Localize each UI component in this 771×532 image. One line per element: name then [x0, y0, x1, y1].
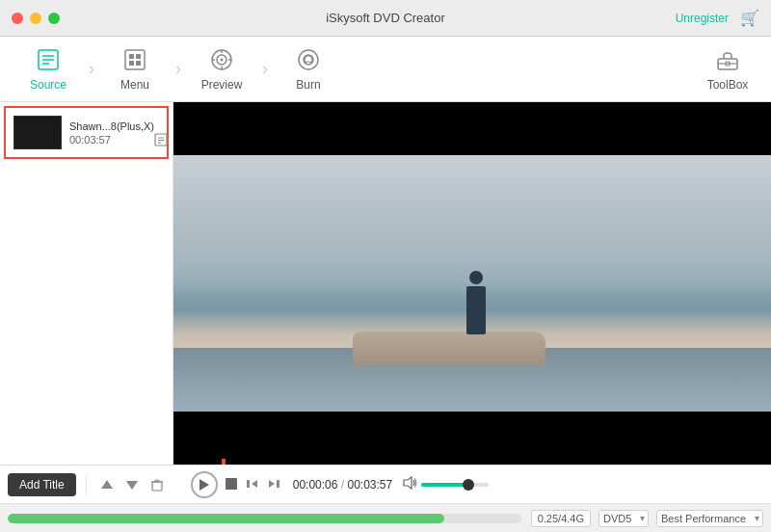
video-preview [173, 102, 771, 465]
svg-marker-35 [404, 477, 412, 489]
file-name: Shawn...8(Plus,X) [69, 120, 154, 132]
video-frame [173, 102, 771, 465]
svg-rect-7 [129, 61, 134, 66]
volume-control [402, 476, 489, 492]
total-time-value: 00:03:57 [347, 478, 392, 492]
close-button[interactable] [12, 13, 23, 24]
titlebar: iSkysoft DVD Creator Unregister 🛒 [0, 0, 771, 37]
toolbox-button[interactable]: ToolBox [694, 47, 761, 92]
separator-1 [86, 475, 87, 494]
time-separator: / [341, 478, 344, 492]
edit-icon[interactable] [154, 133, 168, 149]
progress-bar-container: 0.25/4.4G DVD5 DVD9 Best Performance Hig… [0, 503, 771, 532]
app-title: iSkysoft DVD Creator [326, 11, 445, 25]
svg-marker-31 [252, 480, 257, 488]
minimize-button[interactable] [30, 13, 41, 24]
window-controls [12, 13, 60, 24]
format-select[interactable]: DVD5 DVD9 [598, 510, 649, 527]
svg-rect-30 [226, 478, 237, 490]
titlebar-right: Unregister 🛒 [676, 9, 759, 27]
svg-point-11 [221, 58, 224, 61]
letterbox-bottom [173, 412, 771, 465]
format-select-wrapper: DVD5 DVD9 [598, 510, 649, 527]
svg-point-16 [299, 50, 318, 69]
source-icon [36, 47, 61, 76]
svg-rect-27 [152, 482, 162, 491]
progress-fill [8, 514, 444, 523]
arrow-1: › [89, 59, 94, 79]
maximize-button[interactable] [48, 13, 60, 24]
svg-marker-25 [101, 480, 113, 489]
svg-rect-32 [247, 480, 250, 488]
progress-size: 0.25/4.4G [531, 510, 591, 527]
svg-rect-4 [125, 50, 145, 69]
tab-burn[interactable]: Burn [270, 40, 347, 98]
menu-label: Menu [120, 78, 149, 92]
person-head [469, 271, 483, 284]
controls-bar: Add Title [0, 465, 771, 503]
volume-icon [402, 476, 417, 492]
svg-rect-5 [129, 54, 134, 59]
volume-thumb[interactable] [463, 479, 474, 491]
current-time-value: 00:00:06 [293, 478, 338, 492]
cart-icon[interactable]: 🛒 [740, 9, 759, 27]
stop-button[interactable] [224, 475, 239, 494]
progress-right: 0.25/4.4G DVD5 DVD9 Best Performance Hig… [531, 510, 763, 527]
menu-icon [122, 47, 147, 76]
rock-platform [353, 332, 545, 365]
preview-label: Preview [201, 78, 243, 92]
svg-marker-26 [126, 481, 138, 490]
volume-slider[interactable] [421, 483, 489, 487]
play-button[interactable] [191, 471, 218, 498]
toolbox-icon [715, 47, 740, 76]
arrow-2: › [175, 59, 181, 79]
toolbox-label: ToolBox [707, 78, 749, 92]
quality-select[interactable]: Best Performance High Quality Best Quali… [656, 510, 763, 527]
svg-marker-33 [269, 480, 275, 488]
toolbar-items: Source › Menu › [10, 40, 694, 98]
person-silhouette [466, 271, 486, 334]
file-thumbnail [13, 116, 62, 149]
current-time: 00:00:06 / 00:03:57 [293, 478, 392, 492]
quality-select-wrapper: Best Performance High Quality Best Quali… [656, 510, 763, 527]
progress-track [8, 514, 521, 523]
person-body [466, 286, 486, 334]
letterbox-top [173, 102, 771, 155]
svg-rect-34 [277, 480, 279, 488]
main-content: Shawn...8(Plus,X) 00:03:57 [0, 102, 771, 465]
move-up-button[interactable] [96, 476, 118, 493]
volume-fill [421, 483, 468, 487]
toolbar: Source › Menu › [0, 37, 771, 102]
svg-rect-8 [136, 61, 141, 66]
tab-preview[interactable]: Preview [183, 40, 260, 98]
delete-button[interactable] [146, 476, 168, 493]
source-label: Source [30, 78, 66, 92]
burn-label: Burn [296, 78, 320, 92]
video-scene [173, 155, 771, 412]
file-info: Shawn...8(Plus,X) 00:03:57 [69, 120, 154, 146]
svg-marker-29 [199, 479, 209, 491]
burn-icon [296, 47, 321, 76]
tab-source[interactable]: Source [10, 40, 87, 98]
next-button[interactable] [266, 475, 281, 494]
add-title-button[interactable]: Add Title [8, 473, 76, 496]
playback-controls [191, 471, 281, 498]
unregister-link[interactable]: Unregister [676, 12, 729, 25]
svg-rect-6 [136, 54, 141, 59]
arrow-3: › [262, 59, 268, 79]
move-down-button[interactable] [121, 476, 143, 493]
preview-icon [209, 47, 234, 76]
tab-menu[interactable]: Menu [96, 40, 173, 98]
file-duration: 00:03:57 [69, 134, 154, 146]
prev-button[interactable] [245, 475, 260, 494]
list-item[interactable]: Shawn...8(Plus,X) 00:03:57 [4, 106, 169, 159]
sidebar: Shawn...8(Plus,X) 00:03:57 [0, 102, 173, 465]
